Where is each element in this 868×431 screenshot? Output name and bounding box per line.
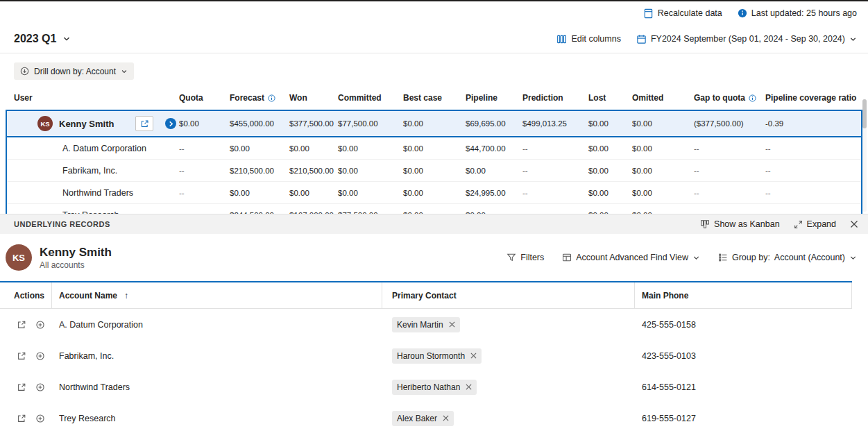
filters-button[interactable]: Filters: [507, 253, 544, 262]
grid-cell: $0.00: [466, 211, 522, 214]
contact-tag[interactable]: Haroun Stormonth: [392, 348, 482, 364]
grid-cell: -0.39: [765, 119, 861, 128]
contact-tag[interactable]: Heriberto Nathan: [392, 380, 477, 395]
group-by-icon: [718, 253, 728, 262]
info-outline-icon[interactable]: [749, 94, 756, 102]
account-name-cell[interactable]: Northwind Traders: [52, 382, 382, 392]
column-header-account-name[interactable]: Account Name ↑: [52, 282, 382, 308]
user-name: Kenny Smith: [40, 245, 112, 260]
grid-cell: $210,500.00: [289, 167, 338, 175]
column-header-won[interactable]: Won: [289, 93, 338, 103]
close-icon[interactable]: [850, 220, 858, 228]
open-record-icon[interactable]: [17, 320, 26, 330]
grid-cell: --: [694, 211, 765, 214]
add-record-icon[interactable]: [35, 351, 45, 361]
account-name-cell[interactable]: Trey Research: [52, 414, 382, 423]
table-row[interactable]: A. Datum Corporation Kevin Martin 425-55…: [0, 309, 852, 340]
primary-contact-cell: Kevin Martin: [382, 317, 635, 332]
add-record-icon[interactable]: [35, 382, 45, 392]
table-row[interactable]: Trey Research Alex Baker 619-555-0127: [0, 403, 852, 431]
fiscal-period-selector[interactable]: FY2024 September (Sep 01, 2024 - Sep 30,…: [636, 34, 857, 44]
grid-cell: --: [179, 144, 230, 153]
column-header-committed[interactable]: Committed: [338, 93, 403, 103]
grid-cell: $0.00: [588, 119, 632, 128]
edit-columns-button[interactable]: Edit columns: [556, 34, 621, 44]
grid-cell: $0.00: [403, 167, 466, 175]
forecast-child-row[interactable]: Fabrikam, Inc. -- $210,500.00 $210,500.0…: [7, 160, 861, 182]
account-name-cell[interactable]: A. Datum Corporation: [52, 320, 382, 330]
remove-contact-icon[interactable]: [466, 384, 472, 390]
toolbar-right-group: Edit columns FY2024 September (Sep 01, 2…: [556, 34, 857, 44]
forecast-grid-header: User Quota Forecast Won Committed Best c…: [0, 86, 868, 110]
row-actions: [0, 351, 52, 361]
drill-indicator-badge[interactable]: [165, 118, 176, 129]
underlying-records-bar: UNDERLYING RECORDS Show as Kanban Expand: [0, 214, 868, 234]
grid-cell: $0.00: [403, 189, 466, 197]
table-row[interactable]: Northwind Traders Heriberto Nathan 614-5…: [0, 371, 852, 403]
add-record-icon[interactable]: [35, 320, 45, 330]
open-record-icon[interactable]: [17, 351, 26, 361]
show-as-kanban-button[interactable]: Show as Kanban: [700, 219, 780, 229]
forecast-child-row[interactable]: Trey Research -- $244,500.00 $167,000.00…: [7, 204, 861, 214]
grid-cell: $0.00: [403, 211, 466, 214]
grid-cell: $0.00: [466, 167, 522, 175]
forecast-parent-row[interactable]: KS Kenny Smith $0.00 $455,000.00 $377,50…: [7, 111, 861, 137]
account-name-cell[interactable]: Fabrikam, Inc.: [52, 351, 382, 361]
main-phone-cell: 614-555-0121: [635, 382, 852, 392]
column-header-lost[interactable]: Lost: [588, 93, 632, 103]
remove-contact-icon[interactable]: [443, 415, 449, 421]
grid-cell: $377,500.00: [289, 119, 338, 128]
remove-contact-icon[interactable]: [470, 353, 477, 359]
share-button[interactable]: [135, 116, 153, 131]
user-text: Kenny Smith All accounts: [40, 245, 112, 269]
scrollbar-thumb[interactable]: [862, 99, 867, 128]
grid-cell: $0.00: [588, 211, 632, 214]
table-row[interactable]: Fabrikam, Inc. Haroun Stormonth 423-555-…: [0, 340, 852, 371]
period-selector[interactable]: 2023 Q1: [14, 33, 71, 45]
column-header-pipeline[interactable]: Pipeline: [466, 93, 522, 103]
forecast-child-row[interactable]: A. Datum Corporation -- $0.00 $0.00 $0.0…: [7, 137, 861, 160]
expand-label: Expand: [807, 219, 836, 229]
grid-cell: $0.00: [338, 167, 403, 175]
info-outline-icon[interactable]: [268, 94, 275, 102]
column-header-prediction[interactable]: Prediction: [522, 93, 588, 103]
add-record-icon[interactable]: [35, 414, 45, 423]
contact-tag[interactable]: Alex Baker: [392, 411, 454, 426]
grid-cell: $499,013.25: [522, 119, 588, 128]
grid-cell: $0.00: [179, 119, 230, 128]
grid-cell: $0.00: [588, 167, 632, 175]
column-header-primary-contact[interactable]: Primary Contact: [382, 282, 635, 308]
column-header-main-phone[interactable]: Main Phone: [635, 282, 852, 308]
remove-contact-icon[interactable]: [449, 321, 455, 328]
drill-down-icon: [20, 67, 29, 76]
forecast-child-row[interactable]: Northwind Traders -- $0.00 $0.00 $0.00 $…: [7, 182, 861, 204]
grid-cell: $0.00: [338, 144, 403, 153]
expand-button[interactable]: Expand: [794, 219, 836, 229]
fiscal-period-label: FY2024 September (Sep 01, 2024 - Sep 30,…: [651, 34, 845, 44]
view-selector[interactable]: Account Advanced Find View: [562, 253, 700, 262]
recalculate-data-button[interactable]: Recalculate data: [643, 8, 722, 19]
open-record-icon[interactable]: [17, 382, 26, 392]
column-header-pipeline-coverage-ratio[interactable]: Pipeline coverage ratio: [765, 93, 868, 103]
open-record-icon[interactable]: [17, 414, 26, 423]
column-header-user[interactable]: User: [14, 93, 179, 103]
grid-cell: $0.00: [230, 144, 289, 153]
column-header-forecast[interactable]: Forecast: [230, 93, 289, 103]
vertical-scrollbar[interactable]: [862, 99, 867, 212]
sort-ascending-icon[interactable]: ↑: [124, 291, 128, 301]
forecast-grid-section: Drill down by: Account User Quota Foreca…: [0, 53, 868, 214]
grid-cell: $0.00: [403, 144, 466, 153]
filter-icon: [507, 253, 516, 262]
grid-cell: $167,000.00: [289, 211, 338, 214]
column-header-quota[interactable]: Quota: [179, 93, 230, 103]
column-header-best-case[interactable]: Best case: [403, 93, 466, 103]
grid-cell: --: [694, 189, 765, 197]
column-header-gap-to-quota[interactable]: Gap to quota: [694, 93, 765, 103]
contact-tag[interactable]: Kevin Martin: [392, 317, 460, 332]
column-header-omitted[interactable]: Omitted: [632, 93, 694, 103]
account-name: A. Datum Corporation: [7, 144, 179, 153]
group-by-selector[interactable]: Group by: Account (Account): [718, 253, 857, 262]
user-subtitle: All accounts: [40, 260, 112, 270]
group-by-label: Group by:: [732, 253, 770, 262]
drill-down-selector[interactable]: Drill down by: Account: [14, 62, 134, 80]
